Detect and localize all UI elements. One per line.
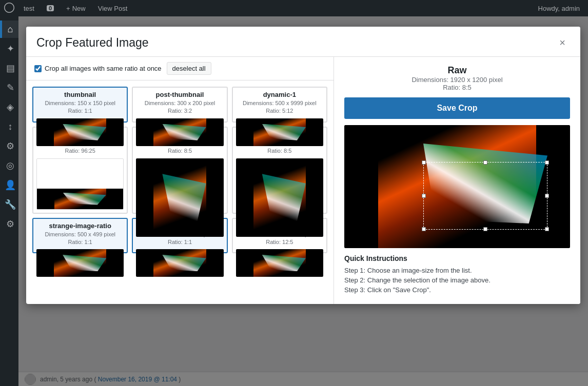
panel-toolbar: Crop all images with same ratio at once … <box>26 57 334 80</box>
modal-overlay: Crop Featured Image × Crop all images wi… <box>18 16 588 386</box>
sidebar-icon-plugins[interactable]: ◎ <box>0 157 18 174</box>
card-image-bug-hunt-1 <box>236 249 323 277</box>
main-layout: ⌂ ✦ ▤ ✎ ◈ ↕ ⚙ ◎ 👤 🔧 ⚙ Crop Featured Imag… <box>0 16 588 386</box>
card-title-post-thumbnail: post-thumbnail <box>136 91 223 98</box>
right-panel: Raw Dimensions: 1920 x 1200 pixel Ratio:… <box>334 57 580 304</box>
sidebar-icon-tools[interactable]: 🔧 <box>0 196 18 213</box>
crop-handle-tm[interactable] <box>483 160 487 165</box>
card-image-dynamic-1 <box>236 118 323 146</box>
card-dim-dynamic-1: Dimensions: 500 x 9999 pixelRatio: 5:12 <box>236 99 323 115</box>
instructions-title: Quick Instructions <box>344 254 570 262</box>
sidebar-icon-settings[interactable]: ⚙ <box>0 215 18 233</box>
card-title-strange-image-ratio: strange-image-ratio <box>36 222 124 230</box>
sidebar-icon-comments[interactable]: ✎ <box>0 79 18 96</box>
instructions-step2: Step 2: Change the selection of the imag… <box>344 276 570 284</box>
sidebar: ⌂ ✦ ▤ ✎ ◈ ↕ ⚙ ◎ 👤 🔧 ⚙ <box>0 16 18 386</box>
card-image-post-thumbnail <box>136 118 223 146</box>
crop-all-checkbox[interactable] <box>34 65 42 72</box>
wp-logo-icon[interactable] <box>4 3 14 14</box>
card-dim-thumbnail: Dimensions: 150 x 150 pixelRatio: 1:1 <box>36 99 124 115</box>
instructions-step1: Step 1: Choose an image-size from the li… <box>344 267 570 274</box>
card-dim-post-thumbnail: Dimensions: 300 x 200 pixelRatio: 3:2 <box>136 99 223 115</box>
modal-close-button[interactable]: × <box>555 35 570 50</box>
instructions-step3: Step 3: Click on "Save Crop". <box>344 286 570 294</box>
modal-header: Crop Featured Image × <box>26 27 580 57</box>
raw-title: Raw <box>344 65 570 76</box>
sidebar-icon-dashboard[interactable]: ⌂ <box>0 21 18 38</box>
card-image-dynamic-2 <box>36 158 124 210</box>
comment-count: 0 <box>47 5 54 11</box>
sidebar-icon-appearance[interactable]: ⚙ <box>0 137 18 155</box>
card-image-thumbnail <box>36 118 124 146</box>
crop-handle-mr[interactable] <box>545 194 549 198</box>
modal-title: Crop Featured Image <box>36 36 149 50</box>
card-image-strange-image-ratio <box>36 249 124 277</box>
modal-body: Crop all images with same ratio at once … <box>26 57 580 304</box>
instructions-panel: Quick Instructions Step 1: Choose an ima… <box>344 254 570 296</box>
crop-image-background <box>344 125 570 248</box>
sidebar-icon-pages[interactable]: ▤ <box>0 59 18 77</box>
sidebar-icon-media[interactable]: ◈ <box>0 98 18 116</box>
crop-handle-bl[interactable] <box>422 227 426 231</box>
image-card-dynamic-1[interactable]: dynamic-1 Dimensions: 500 x 9999 pixelRa… <box>232 87 327 123</box>
new-content-item[interactable]: + New <box>63 0 89 16</box>
raw-info: Raw Dimensions: 1920 x 1200 pixel Ratio:… <box>344 65 570 91</box>
card-title-thumbnail: thumbnail <box>36 91 124 98</box>
image-grid: thumbnail Dimensions: 150 x 150 pixelRat… <box>26 80 334 304</box>
content-area: Crop Featured Image × Crop all images wi… <box>18 16 588 386</box>
crop-modal: Crop Featured Image × Crop all images wi… <box>26 27 580 304</box>
howdy-text: Howdy, admin <box>538 5 584 12</box>
sidebar-icon-users[interactable]: 👤 <box>0 176 18 194</box>
crop-preview <box>344 125 570 248</box>
view-post-item[interactable]: View Post <box>95 0 131 16</box>
comment-count-item[interactable]: 0 <box>44 0 57 16</box>
image-card-strange-image-ratio[interactable]: strange-image-ratio Dimensions: 500 x 49… <box>32 218 128 254</box>
crop-all-checkbox-label[interactable]: Crop all images with same ratio at once <box>34 65 162 72</box>
image-card-thumbnail[interactable]: thumbnail Dimensions: 150 x 150 pixelRat… <box>32 87 128 123</box>
sidebar-icon-links[interactable]: ↕ <box>0 118 18 135</box>
card-title-dynamic-1: dynamic-1 <box>236 91 323 98</box>
deselect-all-button[interactable]: deselect all <box>167 62 211 75</box>
raw-ratio: Ratio: 8:5 <box>344 84 570 91</box>
crop-selection-box[interactable] <box>423 162 547 230</box>
card-dim-strange-image-ratio: Dimensions: 500 x 499 pixelRatio: 1:1 <box>36 231 124 247</box>
save-crop-button[interactable]: Save Crop <box>344 97 570 119</box>
crop-handle-ml[interactable] <box>422 194 426 198</box>
crop-handle-tl[interactable] <box>422 160 426 165</box>
crop-handle-bm[interactable] <box>483 227 487 231</box>
image-card-post-thumbnail[interactable]: post-thumbnail Dimensions: 300 x 200 pix… <box>132 87 227 123</box>
site-name[interactable]: test <box>21 0 37 16</box>
image-list-panel: Crop all images with same ratio at once … <box>26 57 334 304</box>
card-image-dynamic-zero-width <box>136 158 223 237</box>
card-image-dynamic-zero-height <box>236 158 323 237</box>
crop-handle-br[interactable] <box>545 227 549 231</box>
raw-dimensions: Dimensions: 1920 x 1200 pixel <box>344 76 570 84</box>
crop-handle-tr[interactable] <box>545 160 549 165</box>
admin-bar: test 0 + New View Post Howdy, admin <box>0 0 588 16</box>
sidebar-icon-posts[interactable]: ✦ <box>0 40 18 57</box>
card-image-normal1x1 <box>136 249 223 277</box>
